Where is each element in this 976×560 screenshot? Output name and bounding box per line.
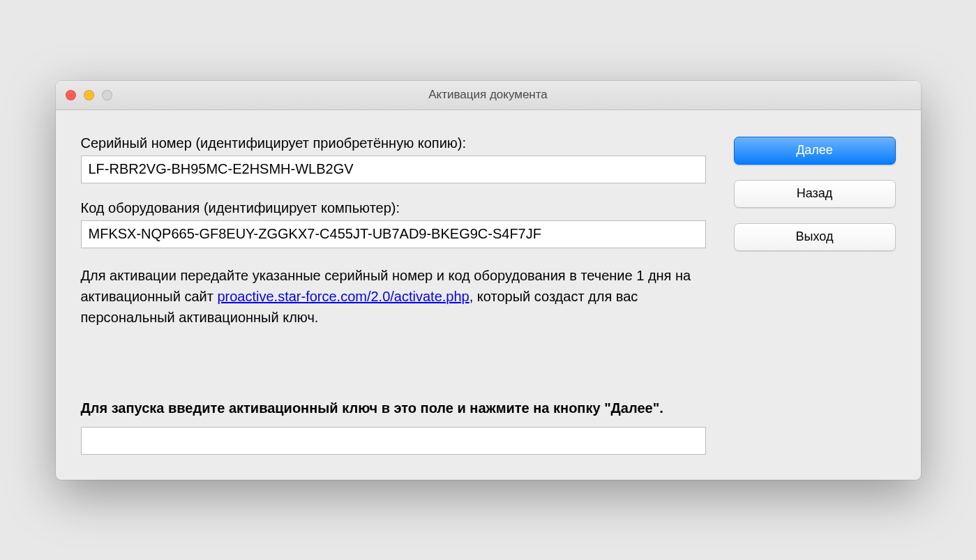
activation-key-input[interactable] xyxy=(81,427,706,455)
activation-url-link[interactable]: proactive.star-force.com/2.0/activate.ph… xyxy=(217,289,469,304)
activation-instructions: Для активации передайте указанные серийн… xyxy=(81,265,706,328)
serial-number-input[interactable] xyxy=(81,156,706,183)
close-icon[interactable] xyxy=(66,90,76,100)
back-button[interactable]: Назад xyxy=(734,180,896,208)
next-button[interactable]: Далее xyxy=(734,137,896,165)
serial-number-block: Серийный номер (идентифицирует приобретё… xyxy=(81,135,706,183)
hardware-code-input[interactable] xyxy=(81,220,706,248)
traffic-lights xyxy=(66,90,112,100)
main-column: Серийный номер (идентифицирует приобретё… xyxy=(81,135,706,455)
activation-key-instruction: Для запуска введите активационный ключ в… xyxy=(81,398,706,418)
activation-window: Активация документа Серийный номер (иден… xyxy=(56,81,921,480)
content-area: Серийный номер (идентифицирует приобретё… xyxy=(56,110,921,480)
titlebar: Активация документа xyxy=(56,81,921,110)
hardware-code-block: Код оборудования (идентифицирует компьют… xyxy=(81,200,706,248)
serial-number-label: Серийный номер (идентифицирует приобретё… xyxy=(81,135,706,151)
button-sidebar: Далее Назад Выход xyxy=(734,135,896,455)
hardware-code-label: Код оборудования (идентифицирует компьют… xyxy=(81,200,706,216)
window-title: Активация документа xyxy=(66,88,911,102)
minimize-icon[interactable] xyxy=(84,90,94,100)
exit-button[interactable]: Выход xyxy=(734,223,896,251)
maximize-icon xyxy=(102,90,112,100)
